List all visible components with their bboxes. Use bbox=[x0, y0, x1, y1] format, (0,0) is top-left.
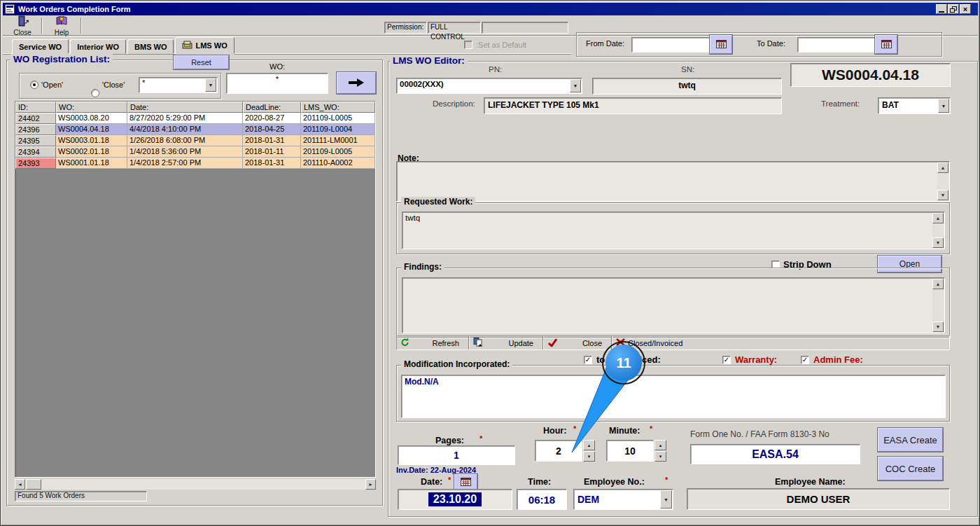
row-id[interactable]: 24395 bbox=[15, 135, 56, 146]
row-id[interactable]: 24402 bbox=[15, 113, 56, 124]
close-wo-button[interactable]: Close bbox=[544, 336, 611, 349]
row-wo[interactable]: WS0001.01.18 bbox=[56, 158, 127, 169]
row-date[interactable]: 8/27/2020 5:29:00 PM bbox=[127, 113, 243, 124]
radio-close[interactable] bbox=[91, 89, 99, 97]
set-default-checkbox[interactable] bbox=[464, 41, 472, 49]
closed-invoiced-button[interactable]: Closed/Invoiced bbox=[612, 336, 732, 349]
to-date-input[interactable] bbox=[797, 37, 875, 53]
close-window-button[interactable]: × bbox=[960, 4, 971, 14]
from-date-calendar-button[interactable] bbox=[710, 35, 732, 54]
table-row[interactable]: 24402 WS0003.08.20 8/27/2020 5:29:00 PM … bbox=[15, 113, 375, 124]
refresh-button[interactable]: Refresh bbox=[397, 336, 468, 349]
coc-create-button[interactable]: COC Create bbox=[878, 457, 943, 480]
hscrollbar-thumb[interactable] bbox=[26, 479, 41, 490]
note-textarea[interactable]: ▲ ▼ bbox=[396, 161, 950, 202]
col-header-lmswo[interactable]: LMS_WO: bbox=[301, 102, 375, 113]
table-row-selected[interactable]: 24396 WS0004.04.18 4/4/2018 4:10:00 PM 2… bbox=[15, 124, 375, 135]
modification-textarea[interactable]: Mod.N/A bbox=[401, 375, 946, 418]
hour-stepper[interactable]: ▲ ▼ bbox=[583, 440, 595, 462]
close-form-button[interactable]: Close bbox=[6, 16, 38, 35]
list-filter-dropdown[interactable]: * ▼ bbox=[139, 77, 218, 93]
reset-button[interactable]: Reset bbox=[174, 55, 229, 69]
to-be-invoiced-checkbox[interactable]: ✓ bbox=[584, 356, 592, 364]
col-header-deadline[interactable]: DeadLine: bbox=[243, 102, 301, 113]
warranty-checkbox[interactable]: ✓ bbox=[722, 356, 731, 364]
row-id[interactable]: 24394 bbox=[15, 146, 56, 158]
row-lmswo[interactable]: 201109-L0005 bbox=[301, 146, 375, 158]
row-lmswo[interactable]: 201109-L0005 bbox=[301, 113, 375, 124]
pn-dropdown[interactable]: 00002(XXX) ▼ bbox=[396, 78, 582, 94]
table-row[interactable]: 24395 WS0003.01.18 1/26/2018 6:08:00 PM … bbox=[15, 135, 375, 146]
wo-table-hscrollbar[interactable]: ◄ ► bbox=[15, 479, 376, 490]
from-date-input[interactable] bbox=[631, 37, 710, 53]
findings-textarea[interactable]: ▲ ▼ bbox=[402, 277, 945, 333]
time-input[interactable]: 06:18 bbox=[517, 489, 567, 510]
requested-work-textarea[interactable]: twtq ▲ ▼ bbox=[402, 212, 945, 249]
row-deadline[interactable]: 2020-08-27 bbox=[243, 113, 301, 124]
col-header-wo[interactable]: WO: bbox=[56, 102, 127, 113]
spin-up-icon[interactable]: ▲ bbox=[583, 440, 595, 450]
minute-input[interactable]: 10 bbox=[606, 440, 654, 462]
scroll-down-icon[interactable]: ▼ bbox=[932, 321, 944, 332]
pages-input[interactable]: 1 bbox=[398, 445, 515, 465]
scroll-right-icon[interactable]: ► bbox=[365, 479, 376, 490]
tab-interior-wo[interactable]: Interior WO bbox=[70, 39, 126, 54]
tab-lms-wo[interactable]: LMS WO bbox=[175, 37, 234, 54]
row-lmswo[interactable]: 201110-A0002 bbox=[301, 158, 375, 169]
row-wo[interactable]: WS0003.01.18 bbox=[56, 135, 127, 146]
row-deadline[interactable]: 2018-01-31 bbox=[243, 158, 301, 169]
description-field[interactable]: LIFEJACKET TYPE 105 Mk1 bbox=[484, 97, 782, 114]
row-date[interactable]: 1/4/2018 5:36:00 PM bbox=[127, 146, 243, 158]
row-wo[interactable]: WS0003.08.20 bbox=[56, 113, 127, 124]
row-date[interactable]: 1/4/2018 2:57:00 PM bbox=[127, 158, 243, 169]
update-button[interactable]: Update bbox=[470, 336, 542, 349]
spin-down-icon[interactable]: ▼ bbox=[654, 451, 666, 462]
row-lmswo[interactable]: 201111-LM0001 bbox=[301, 135, 375, 146]
row-wo[interactable]: WS0002.01.18 bbox=[56, 146, 127, 158]
table-row[interactable]: 24394 WS0002.01.18 1/4/2018 5:36:00 PM 2… bbox=[15, 146, 375, 158]
row-id[interactable]: 24396 bbox=[15, 124, 56, 135]
employee-no-dropdown[interactable]: DEM ▼ bbox=[573, 489, 673, 510]
scroll-up-icon[interactable]: ▲ bbox=[937, 162, 948, 173]
scroll-up-icon[interactable]: ▲ bbox=[932, 213, 944, 223]
row-lmswo[interactable]: 201109-L0004 bbox=[301, 124, 375, 135]
chevron-down-icon[interactable]: ▼ bbox=[660, 490, 672, 508]
hour-input[interactable]: 2 bbox=[535, 440, 582, 462]
row-deadline[interactable]: 2018-04-25 bbox=[243, 124, 301, 135]
scroll-down-icon[interactable]: ▼ bbox=[932, 237, 944, 248]
scroll-down-icon[interactable]: ▼ bbox=[937, 190, 948, 200]
tab-service-wo[interactable]: Service WO bbox=[12, 39, 69, 54]
easa-create-button[interactable]: EASA Create bbox=[878, 428, 943, 452]
form-one-input[interactable]: EASA.54 bbox=[690, 444, 860, 464]
row-date[interactable]: 1/26/2018 6:08:00 PM bbox=[127, 135, 243, 146]
requested-work-scrollbar[interactable]: ▲ ▼ bbox=[932, 213, 944, 248]
admin-fee-checkbox[interactable]: ✓ bbox=[801, 356, 809, 364]
row-deadline[interactable]: 2018-01-31 bbox=[243, 135, 301, 146]
sn-field[interactable]: twtq bbox=[592, 78, 782, 95]
chevron-down-icon[interactable]: ▼ bbox=[938, 99, 949, 113]
wo-search-input[interactable]: * bbox=[226, 73, 328, 94]
minimize-button[interactable] bbox=[936, 4, 947, 14]
note-scrollbar[interactable]: ▲ ▼ bbox=[937, 162, 948, 200]
date-calendar-button[interactable] bbox=[454, 474, 477, 490]
minute-stepper[interactable]: ▲ ▼ bbox=[654, 440, 666, 462]
wo-search-go-button[interactable] bbox=[337, 72, 376, 94]
to-date-calendar-button[interactable] bbox=[875, 35, 897, 54]
chevron-down-icon[interactable]: ▼ bbox=[205, 78, 216, 92]
col-header-date[interactable]: Date: bbox=[127, 102, 243, 113]
treatment-dropdown[interactable]: BAT ▼ bbox=[878, 97, 951, 114]
row-date[interactable]: 4/4/2018 4:10:00 PM bbox=[127, 124, 243, 135]
spin-up-icon[interactable]: ▲ bbox=[654, 440, 666, 450]
spin-down-icon[interactable]: ▼ bbox=[583, 451, 595, 462]
chevron-down-icon[interactable]: ▼ bbox=[570, 79, 581, 92]
radio-open[interactable] bbox=[30, 81, 38, 89]
scroll-left-icon[interactable]: ◄ bbox=[15, 479, 25, 490]
col-header-id[interactable]: ID: bbox=[15, 102, 56, 113]
wo-table[interactable]: ID: WO: Date: DeadLine: LMS_WO: 24402 WS… bbox=[15, 101, 376, 478]
tab-bms-wo[interactable]: BMS WO bbox=[127, 39, 174, 54]
date-input[interactable]: 23.10.20 bbox=[398, 489, 512, 510]
findings-scrollbar[interactable]: ▲ ▼ bbox=[932, 279, 944, 332]
table-row[interactable]: 24393 WS0001.01.18 1/4/2018 2:57:00 PM 2… bbox=[15, 158, 375, 169]
row-deadline[interactable]: 2018-01-11 bbox=[243, 146, 301, 158]
scroll-up-icon[interactable]: ▲ bbox=[932, 279, 944, 289]
